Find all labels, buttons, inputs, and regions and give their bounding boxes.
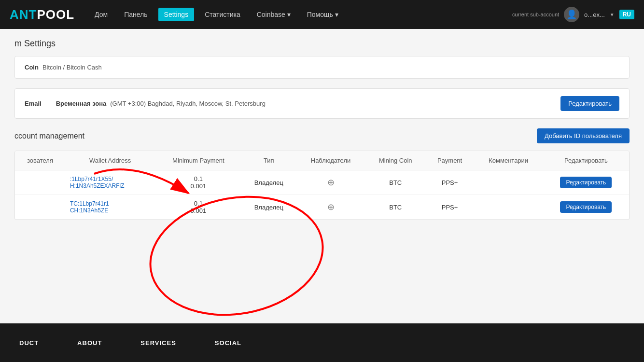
wallet-btc-1: :1Lbp7r41r1X55/ xyxy=(70,176,150,182)
cell-user-1 xyxy=(15,170,65,195)
wallet-bch-2: CH:1N3Ah5ZE xyxy=(70,207,150,214)
user-email: o...ex... xyxy=(584,11,605,18)
cell-payment-2: PPS+ xyxy=(426,195,474,220)
col-user: зователя xyxy=(15,151,65,170)
col-comments: Комментарии xyxy=(474,151,543,170)
main-nav: Дом Панель Settings Статистика Coinbase … xyxy=(89,8,344,21)
coin-info-item: Coin Bitcoin / Bitcoin Cash xyxy=(25,64,102,71)
edit-row-2-button[interactable]: Редактировать xyxy=(560,201,612,213)
col-wallet: Wallet Address xyxy=(65,151,155,170)
coin-label: Coin xyxy=(25,64,39,71)
cell-min-payment-1: 0.1 0.001 xyxy=(155,170,241,195)
coin-value: Bitcoin / Bitcoin Cash xyxy=(42,64,102,71)
cell-type-1: Владелец xyxy=(242,170,296,195)
edit-row-1-button[interactable]: Редактировать xyxy=(560,177,612,188)
account-section-header: ccount management Добавить ID пользовате… xyxy=(14,128,630,143)
footer-col-services: SERVICES xyxy=(140,339,176,347)
col-mining-coin: Mining Coin xyxy=(365,151,426,170)
edit-profile-button[interactable]: Редактировать xyxy=(560,96,619,111)
table-row: :1Lbp7r41r1X55/ H:1N3Ah5ZEXARFiZ 0.1 0.0… xyxy=(15,170,629,195)
cell-observers-2[interactable]: ⊕ xyxy=(296,195,365,220)
nav-help[interactable]: Помощь ▾ xyxy=(301,8,344,21)
wallet-btc-2: TC:1Lbp7r41r1 xyxy=(70,200,150,207)
footer-col-about: ABOUT xyxy=(77,339,102,347)
email-info-bar: Email Временная зона (GMT +3:00) Baghdad… xyxy=(14,88,630,119)
cell-payment-1: PPS+ xyxy=(426,170,474,195)
cell-wallet-1: :1Lbp7r41r1X55/ H:1N3Ah5ZEXARFiZ xyxy=(65,170,155,195)
cell-comments-1 xyxy=(474,170,543,195)
nav-statistics[interactable]: Статистика xyxy=(199,8,246,21)
user-dropdown-arrow-icon[interactable]: ▼ xyxy=(610,12,615,17)
cell-mining-coin-2: BTC xyxy=(365,195,426,220)
min-payment-bch-2: 0.001 xyxy=(160,207,237,214)
header: ANTPOOL Дом Панель Settings Статистика C… xyxy=(0,0,644,29)
cell-type-2: Владелец xyxy=(242,195,296,220)
sub-account-label: current sub-account xyxy=(512,12,559,17)
add-user-id-button[interactable]: Добавить ID пользователя xyxy=(537,128,630,143)
account-table: зователя Wallet Address Minimum Payment … xyxy=(15,151,629,220)
user-avatar-icon[interactable]: 👤 xyxy=(564,7,579,22)
col-edit: Редактировать xyxy=(543,151,629,170)
logo-pool: POOL xyxy=(37,7,74,22)
logo-ant: ANT xyxy=(10,7,37,22)
cell-edit-2[interactable]: Редактировать xyxy=(543,195,629,220)
account-table-container: зователя Wallet Address Minimum Payment … xyxy=(14,151,630,220)
table-header-row: зователя Wallet Address Minimum Payment … xyxy=(15,151,629,170)
email-label: Email xyxy=(25,100,42,107)
min-payment-btc-1: 0.1 xyxy=(160,175,237,182)
nav-panel[interactable]: Панель xyxy=(118,8,153,21)
logo: ANTPOOL xyxy=(10,7,74,22)
add-observer-icon-1[interactable]: ⊕ xyxy=(327,178,335,187)
nav-home[interactable]: Дом xyxy=(89,8,113,21)
col-type: Тип xyxy=(242,151,296,170)
table-row: TC:1Lbp7r41r1 CH:1N3Ah5ZE 0.1 0.001 Влад… xyxy=(15,195,629,220)
nav-settings[interactable]: Settings xyxy=(158,8,195,21)
col-min-payment: Minimum Payment xyxy=(155,151,241,170)
nav-coinbase[interactable]: Coinbase ▾ xyxy=(251,8,296,21)
cell-mining-coin-1: BTC xyxy=(365,170,426,195)
main-content: m Settings Coin Bitcoin / Bitcoin Cash E… xyxy=(0,29,644,323)
timezone-info-item: Временная зона (GMT +3:00) Baghdad, Riya… xyxy=(56,100,266,107)
email-info-item: Email xyxy=(25,100,42,107)
cell-wallet-2: TC:1Lbp7r41r1 CH:1N3Ah5ZE xyxy=(65,195,155,220)
account-section-title: ccount management xyxy=(14,132,84,140)
min-payment-btc-2: 0.1 xyxy=(160,200,237,207)
cell-min-payment-2: 0.1 0.001 xyxy=(155,195,241,220)
col-observers: Наблюдатели xyxy=(296,151,365,170)
add-observer-icon-2[interactable]: ⊕ xyxy=(327,202,335,212)
page-title: m Settings xyxy=(14,39,630,49)
wallet-bch-1: H:1N3Ah5ZEXARFiZ xyxy=(70,182,150,189)
cell-comments-2 xyxy=(474,195,543,220)
footer: DUCT ABOUT SERVICES SOCIAL xyxy=(0,323,644,362)
timezone-label: Временная зона xyxy=(56,100,107,107)
col-payment: Payment xyxy=(426,151,474,170)
header-right: current sub-account 👤 o...ex... ▼ RU xyxy=(512,7,634,22)
min-payment-bch-1: 0.001 xyxy=(160,182,237,190)
cell-edit-1[interactable]: Редактировать xyxy=(543,170,629,195)
coin-info-bar: Coin Bitcoin / Bitcoin Cash xyxy=(14,56,630,79)
timezone-value: (GMT +3:00) Baghdad, Riyadh, Moscow, St.… xyxy=(110,100,266,107)
footer-col-product: DUCT xyxy=(19,339,39,347)
cell-user-2 xyxy=(15,195,65,220)
footer-col-social: SOCIAL xyxy=(215,339,241,347)
language-badge[interactable]: RU xyxy=(619,10,634,19)
cell-observers-1[interactable]: ⊕ xyxy=(296,170,365,195)
